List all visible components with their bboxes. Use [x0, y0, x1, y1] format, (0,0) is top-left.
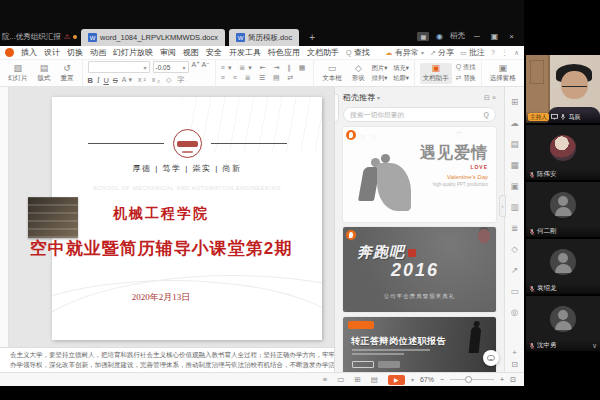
arrange-button[interactable]: 排列▾ [372, 74, 387, 83]
profile-icon[interactable] [5, 48, 14, 57]
restore-button[interactable]: ▣ [489, 32, 501, 41]
menu-devtools[interactable]: 开发工具 [229, 47, 261, 58]
template-card-report[interactable]: 转正答辩岗位述职报告 [343, 317, 496, 372]
template-button-filled[interactable] [378, 361, 400, 368]
word-file-icon: W [88, 33, 97, 42]
font-name-combo[interactable]: ▾ [88, 61, 150, 73]
underline-button[interactable]: U [103, 76, 108, 85]
docer-panel-title[interactable]: 稻壳推荐 [343, 92, 375, 103]
member-label[interactable]: 稻壳 [450, 31, 465, 41]
collapse-ribbon-button[interactable]: ∧ [514, 49, 519, 57]
strikethrough-button[interactable]: S [113, 76, 118, 85]
zoom-in-button[interactable]: + [500, 376, 504, 383]
host-video-tile[interactable]: 主持人 马辰 [526, 55, 600, 123]
participant-tile[interactable]: 袁绍龙 [526, 239, 600, 294]
panel-collapse-handle[interactable] [334, 93, 339, 123]
menu-review[interactable]: 审阅 [160, 47, 176, 58]
grow-shrink-font-buttons[interactable]: A⁺ A⁻ [192, 61, 210, 73]
fit-screen-button[interactable]: ⊡ [510, 376, 516, 384]
participant-tile[interactable]: 陈伟安 [526, 125, 600, 180]
slide-canvas[interactable]: 厚德 | 笃学 | 崇实 | 尚新 SCHOOL OF MECHANICAL A… [0, 87, 334, 347]
right-sidebar: › ⊞ ☁ ▤ ▦ ▣ ▥ ≣ ◇ ↗ ▭ ◎ + ⊡ [504, 87, 524, 372]
status-bar: ≡ ▭ ⊞ ▤ ▶ ▾ 67% − + ⊡ [0, 372, 524, 386]
font-size-combo[interactable]: -0.05 ▾ [153, 61, 189, 73]
sidebar-expand-arrow[interactable]: › [499, 195, 506, 217]
menu-slideshow[interactable]: 幻灯片放映 [113, 47, 153, 58]
find-button[interactable]: Q 查找 [456, 63, 476, 72]
replace-icon: ⇄ [456, 74, 462, 81]
speaker-notes-pane[interactable]: 会主义大学，要坚持立德树人，把培育和践行社会主义核心价值观融入教书育人全过程；坚… [0, 347, 334, 372]
collapse-list-chevron[interactable]: ∨ [592, 342, 597, 350]
doc-assistant-button[interactable]: ▣ 文档助手 [420, 63, 452, 84]
menu-design[interactable]: 设计 [44, 47, 60, 58]
brand-badge [348, 321, 374, 329]
menu-insert[interactable]: 插入 [21, 47, 37, 58]
more-button[interactable]: ⋮ [501, 49, 508, 57]
layout-icon: ▤ [40, 64, 49, 73]
tab-label: 简历模板.doc [248, 33, 292, 43]
sync-status-button[interactable]: ☁ 有异常 ▾ [386, 47, 424, 58]
zoom-level[interactable]: 67% [420, 376, 434, 383]
zoom-slider[interactable] [450, 379, 494, 380]
template-title-block: 遇见爱情 LOVE Valentine's Day high-quality P… [420, 143, 488, 187]
italic-button[interactable]: I [97, 76, 100, 85]
menu-animation[interactable]: 动画 [90, 47, 106, 58]
slide-title-block[interactable]: 机械工程学院 空中就业暨简历辅导小课堂第2期 2020年2月13日 [8, 205, 314, 304]
zoom-out-button[interactable]: − [440, 376, 444, 383]
tab-resume-template[interactable]: W 简历模板.doc [229, 29, 299, 46]
participant-tile[interactable]: 沈中勇 ∨ [526, 296, 600, 351]
comment-icon: ▭ [460, 49, 467, 56]
menu-view[interactable]: 视图 [183, 47, 199, 58]
apps-icon[interactable]: ▦ [417, 32, 429, 41]
outline-button[interactable]: 轮廓▾ [393, 74, 408, 83]
menubar-right-actions: ☁ 有异常 ▾ ↗ 分享 ▭ 批注 ? ⋮ ∧ [386, 47, 519, 58]
panel-close-icon[interactable]: × [492, 94, 496, 101]
participant-label: 沈中勇 ∨ [526, 340, 600, 351]
replace-button[interactable]: ⇄ 替换 [456, 74, 476, 83]
textbox-icon: ▭ [328, 64, 337, 73]
add-panel-button[interactable]: + [511, 348, 518, 357]
select-group: ▣ 选择窗格 [482, 60, 524, 86]
chevron-down-icon: ▾ [182, 64, 185, 71]
menu-transition[interactable]: 切换 [67, 47, 83, 58]
microphone-icon [560, 113, 566, 121]
participant-tile[interactable]: 何二刚 [526, 182, 600, 237]
list-indent-buttons[interactable]: ≡▾ ≣▾ ⇤ ⇥ ∥ ▦ [221, 64, 309, 72]
panel-dock-icon[interactable]: ⊟ [484, 94, 490, 102]
view-mode-buttons[interactable]: ≡ ▭ ⊞ ▤ [323, 375, 382, 384]
menu-doc-assistant[interactable]: 文档助手 [307, 47, 339, 58]
docer-member-icon[interactable]: ◉ [436, 32, 443, 41]
fit-panel-button[interactable]: ⊡ [511, 360, 518, 369]
template-card-run2016[interactable]: 奔跑吧 2016 公司年会庆典暨颁奖典礼 [343, 227, 496, 312]
presentation-title-tab[interactable]: 院...优秀组织汇报 ⚠ [0, 32, 81, 46]
menu-find[interactable]: Q 查找 [346, 47, 370, 58]
selection-pane-button[interactable]: ▣ 选择窗格 [487, 63, 519, 84]
close-button[interactable]: × [507, 32, 516, 41]
layout-button[interactable]: ▤ 版式 [35, 63, 54, 84]
new-tab-button[interactable]: + [303, 32, 323, 46]
taskbar-strip [0, 386, 524, 400]
bold-button[interactable]: B [88, 76, 93, 85]
tab-word-document[interactable]: W word_1084_LRPVLKMMWDS.docx [81, 29, 225, 46]
help-button[interactable]: ? [491, 49, 495, 56]
minimize-button[interactable]: ─ [472, 32, 482, 41]
slideshow-play-button[interactable]: ▶ [388, 375, 405, 385]
comment-button[interactable]: ▭ 批注 [460, 47, 485, 58]
right-panel-tabs[interactable]: ⊞ ☁ ▤ ▦ ▣ ▥ ≣ ◇ ↗ ▭ ◎ [510, 92, 519, 323]
share-button[interactable]: ↗ 分享 [430, 47, 454, 58]
menu-special-apps[interactable]: 特色应用 [268, 47, 300, 58]
template-button-outline[interactable] [352, 361, 374, 368]
template-card-love[interactable]: ♡ ♡ ♡ ♡ 遇见爱情 LOVE Valentine's Day high-q… [343, 127, 496, 222]
menu-security[interactable]: 安全 [206, 47, 222, 58]
picture-button[interactable]: 图片▾ [372, 64, 387, 73]
font-effects-buttons[interactable]: A▾ x² x₂ ◇ 字 [122, 75, 186, 85]
reset-button[interactable]: ↺ 重置 [58, 63, 77, 84]
zoom-slider-knob[interactable] [465, 376, 472, 383]
alignment-buttons[interactable]: ≡ ≡ ≣ ☰ ▤ ⇄ [221, 74, 309, 82]
docer-search-input[interactable]: 搜索一切你想要的 Q [343, 107, 496, 122]
new-slide-button[interactable]: ▧ 幻灯片 [5, 63, 31, 84]
fill-button[interactable]: 填充▾ [393, 64, 408, 73]
chat-fab-button[interactable] [483, 350, 499, 366]
shapes-button[interactable]: ◇ 形状 [349, 63, 368, 84]
textbox-button[interactable]: ▭ 文本框 [319, 63, 345, 84]
